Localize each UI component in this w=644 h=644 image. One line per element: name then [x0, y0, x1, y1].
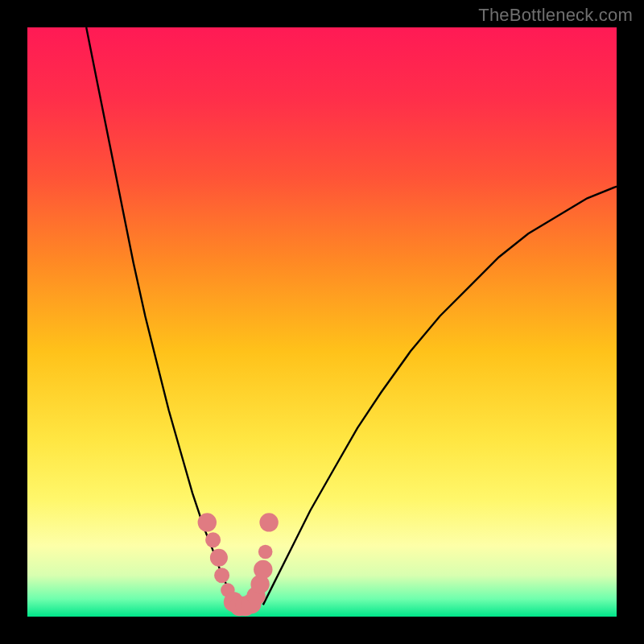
chart-frame: TheBottleneck.com [0, 0, 644, 644]
chart-svg [27, 27, 617, 617]
gradient-background [27, 27, 617, 617]
plot-area [27, 27, 617, 617]
highlight-dot [254, 560, 272, 579]
watermark-text: TheBottleneck.com [478, 5, 633, 26]
highlight-dot [205, 532, 221, 547]
highlight-dot [210, 549, 228, 567]
highlight-dot [198, 513, 217, 531]
highlight-dot [258, 545, 273, 559]
highlight-dot [214, 568, 229, 583]
highlight-dot [259, 513, 278, 531]
